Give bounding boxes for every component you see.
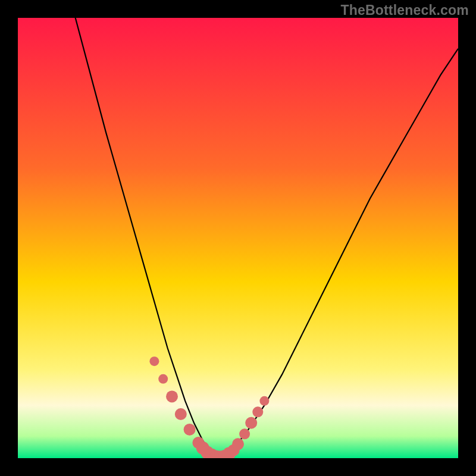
highlight-marker xyxy=(158,374,168,384)
plot-area xyxy=(18,18,458,458)
highlight-marker xyxy=(232,438,244,450)
highlight-marker xyxy=(184,424,196,436)
chart-frame: TheBottleneck.com xyxy=(0,0,476,476)
chart-svg xyxy=(18,18,458,458)
highlight-marker xyxy=(259,396,269,406)
highlight-marker xyxy=(252,406,263,417)
gradient-background xyxy=(18,18,458,458)
watermark-text: TheBottleneck.com xyxy=(340,2,469,18)
highlight-marker xyxy=(175,408,187,420)
highlight-marker xyxy=(149,356,159,366)
highlight-marker xyxy=(245,417,257,429)
highlight-marker xyxy=(166,390,178,402)
highlight-marker xyxy=(239,428,250,439)
